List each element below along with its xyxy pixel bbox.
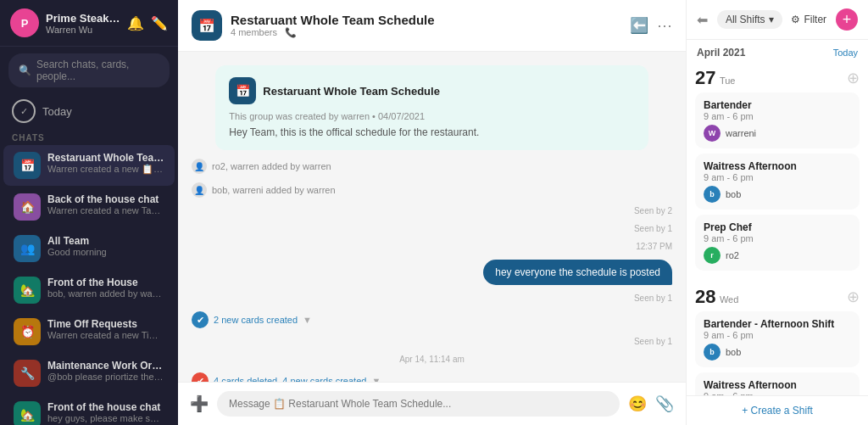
bubble-right-1: hey everyone the schedule is posted — [483, 260, 672, 285]
cards-notif-2[interactable]: ✔ 4 cards deleted, 4 new cards created ▼ — [192, 372, 381, 382]
shift-time-1: 9 am - 6 pm — [704, 111, 851, 121]
shift-role-1: Bartender — [704, 99, 851, 111]
shift-time-3: 9 am - 6 pm — [704, 233, 851, 243]
person-avatar-4: b — [704, 344, 721, 361]
sidebar-org-info: Prime Steakho... Warren Wu — [46, 12, 120, 35]
cards-notif-1[interactable]: ✔ 2 new cards created ▼ — [192, 311, 312, 328]
chat-header-avatar: 📅 — [192, 10, 222, 41]
search-placeholder-text: Search chats, cards, people... — [36, 59, 159, 82]
system-msg-icon-1: 👤 — [192, 159, 207, 174]
person-avatar-3: r — [704, 247, 721, 264]
day-num-28: 28 — [695, 286, 715, 307]
chat-name-5: Time Off Requests — [47, 318, 164, 330]
cards-notif-icon-1: ✔ — [192, 311, 209, 328]
chat-message-input[interactable] — [217, 391, 620, 417]
attachment-icon[interactable]: 📎 — [655, 394, 674, 413]
add-attachment-icon[interactable]: ➕ — [190, 394, 209, 413]
cards-notif-icon-2: ✔ — [192, 372, 209, 382]
day-header-28: 28 Wed ⊕ — [695, 286, 860, 308]
chat-avatar-7: 🏡 — [14, 401, 41, 425]
sidebar: P Prime Steakho... Warren Wu 🔔 ✏️ 🔍 Sear… — [0, 0, 178, 425]
day-section-28: 28 Wed ⊕ Bartender - Afternoon Shift 9 a… — [687, 281, 868, 395]
chat-info-7: Front of the house chat hey guys, please… — [47, 401, 164, 423]
day-add-btn-27[interactable]: ⊕ — [847, 69, 860, 87]
day-header-27: 27 Tue ⊕ — [695, 67, 860, 89]
shift-role-5: Waitress Afternoon — [704, 379, 851, 391]
search-icon: 🔍 — [19, 64, 31, 76]
search-bar[interactable]: 🔍 Search chats, cards, people... — [8, 53, 170, 87]
shift-role-3: Prep Chef — [704, 221, 851, 233]
chat-preview-3: Good morning — [47, 247, 164, 257]
user-name: Warren Wu — [46, 25, 120, 35]
info-card-title: Restaruant Whole Team Schedule — [263, 85, 440, 98]
compose-icon[interactable]: ✏️ — [151, 15, 168, 31]
day-num-27: 27 — [695, 67, 715, 88]
sidebar-item-time-off[interactable]: ⏰ Time Off Requests Warren created a new… — [3, 311, 175, 352]
chat-preview-4: bob, warren added by warren — [47, 288, 164, 299]
schedule-month-header: April 2021 Today — [687, 40, 868, 62]
shift-card-waitress-2: Waitress Afternoon 9 am - 6 pm b bob — [695, 372, 860, 395]
sidebar-item-back-house[interactable]: 🏠 Back of the house chat Warren created … — [3, 187, 175, 227]
phone-icon: 📞 — [285, 27, 297, 37]
create-shift-bar[interactable]: + Create a Shift — [687, 395, 868, 425]
shifts-selector[interactable]: All Shifts ▾ — [717, 10, 782, 29]
chat-preview-1: Warren created a new 📋 Shift Schedule: B… — [47, 164, 164, 175]
org-avatar: P — [10, 8, 39, 37]
schedule-back-icon[interactable]: ⬅ — [697, 12, 708, 28]
shift-person-1: W warreni — [704, 125, 851, 142]
shifts-chevron-icon: ▾ — [769, 14, 774, 25]
schedule-body: 27 Tue ⊕ Bartender 9 am - 6 pm W warreni… — [687, 62, 868, 395]
shift-person-4: b bob — [704, 344, 851, 361]
day-section-27: 27 Tue ⊕ Bartender 9 am - 6 pm W warreni… — [687, 62, 868, 281]
day-add-btn-28[interactable]: ⊕ — [847, 288, 860, 306]
person-name-4: bob — [726, 347, 741, 357]
cards-notif-text-2: 4 cards deleted, 4 new cards created — [214, 376, 366, 382]
create-shift-label: + Create a Shift — [742, 405, 813, 417]
person-name-2: bob — [726, 189, 741, 199]
emoji-icon[interactable]: 😊 — [628, 394, 647, 413]
system-msg-text-1: ro2, warren added by warren — [212, 161, 331, 171]
system-msg-icon-2: 👤 — [192, 182, 207, 198]
cards-notif-chevron-1: ▼ — [303, 315, 312, 325]
sidebar-item-maintenance[interactable]: 🔧 Maintenance Work Orders @bob please pr… — [3, 353, 175, 394]
shift-time-4: 9 am - 6 pm — [704, 330, 851, 340]
chat-avatar-6: 🔧 — [14, 360, 41, 387]
today-button[interactable]: ✓ Today — [0, 94, 178, 128]
system-msg-bob: 👤 bob, warreni added by warren — [192, 182, 336, 198]
today-label: Today — [42, 105, 72, 118]
seen-label-2: Seen by 1 — [634, 224, 672, 233]
sidebar-item-all-team[interactable]: 👥 All Team Good morning — [3, 228, 175, 269]
filter-button[interactable]: ⚙ Filter — [791, 14, 826, 25]
sidebar-item-front-house[interactable]: 🏡 Front of the House bob, warren added b… — [3, 270, 175, 310]
more-options-icon[interactable]: ⋯ — [657, 16, 672, 35]
notification-icon[interactable]: 🔔 — [127, 15, 144, 31]
shift-role-2: Waitress Afternoon — [704, 160, 851, 172]
person-name-1: warreni — [726, 128, 756, 138]
info-card-title-block: Restaruant Whole Team Schedule — [263, 85, 440, 98]
chat-info-6: Maintenance Work Orders @bob please prio… — [47, 360, 164, 382]
add-shift-button[interactable]: + — [836, 8, 858, 31]
seen-label-4: Seen by 1 — [634, 337, 672, 346]
chat-avatar-4: 🏡 — [14, 277, 41, 304]
chat-preview-2: Warren created a new Task: test 1 — [47, 205, 164, 215]
chat-info-2: Back of the house chat Warren created a … — [47, 193, 164, 215]
info-card-header: 📅 Restaruant Whole Team Schedule — [229, 77, 634, 104]
shift-time-2: 9 am - 6 pm — [704, 172, 851, 182]
chat-avatar-2: 🏠 — [14, 193, 41, 221]
filter-label: Filter — [804, 14, 826, 25]
cards-notif-chevron-2: ▼ — [371, 376, 381, 382]
day-info-28: 28 Wed — [695, 286, 738, 308]
sidebar-item-team-schedule[interactable]: 📅 Restaruant Whole Team Schedule Warren … — [3, 145, 175, 186]
sidebar-item-front-house-chat[interactable]: 🏡 Front of the house chat hey guys, plea… — [3, 394, 175, 425]
chat-avatar-3: 👥 — [14, 235, 41, 262]
back-icon[interactable]: ⬅️ — [630, 16, 648, 35]
chat-list: 📅 Restaruant Whole Team Schedule Warren … — [0, 144, 178, 425]
schedule-today-btn[interactable]: Today — [833, 48, 858, 58]
day-info-27: 27 Tue — [695, 67, 735, 89]
chats-section-label: CHATS — [0, 128, 178, 144]
person-avatar-2: b — [704, 186, 721, 203]
shift-role-4: Bartender - Afternoon Shift — [704, 318, 851, 330]
info-card-created: This group was created by warren • 04/07… — [229, 111, 634, 121]
filter-icon: ⚙ — [791, 14, 800, 25]
schedule-panel: ⬅ All Shifts ▾ ⚙ Filter + April 2021 Tod… — [686, 0, 868, 425]
